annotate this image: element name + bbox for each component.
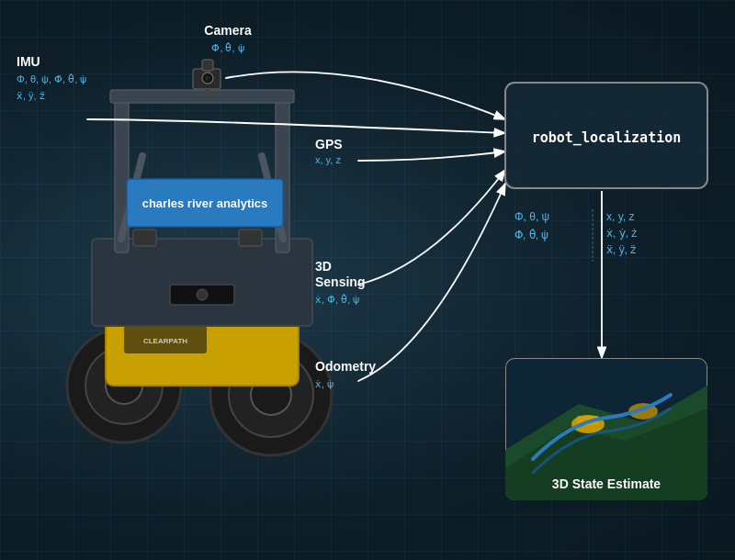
svg-text:ẋ, ẏ, ż: ẋ, ẏ, ż [606,227,637,240]
svg-rect-23 [239,230,262,246]
svg-rect-22 [133,230,156,246]
svg-text:charles river analytics: charles river analytics [142,196,268,210]
imu-symbols: Φ, θ, ψ, Φ̇, θ̇, ψ̇ [17,73,86,84]
imu-label: IMU [17,54,40,69]
3d-sensing-label2: Sensing [315,274,365,289]
svg-rect-21 [205,89,210,98]
3d-sensing-label: 3D [315,259,332,274]
gps-symbols: x, y, z [315,154,341,165]
svg-text:CLEARPATH: CLEARPATH [143,337,187,345]
svg-point-20 [205,75,210,81]
robot-localization-title: robot_localization [532,129,682,146]
svg-point-25 [197,289,208,300]
svg-text:Φ, θ, ψ: Φ, θ, ψ [514,210,549,223]
svg-rect-18 [202,60,213,71]
svg-text:x, y, z: x, y, z [606,210,634,223]
svg-rect-12 [110,90,294,103]
sensing-symbols: ẋ, Φ̇, θ̇, ψ̇ [315,294,359,305]
state-estimate-title: 3D State Estimate [552,476,661,491]
odometry-label: Odometry [315,359,376,374]
imu-symbols2: ẍ, ÿ, z̈ [17,90,45,101]
camera-label: Camera [204,23,252,38]
gps-label: GPS [315,137,343,151]
camera-symbols: Φ̇, θ̇, ψ̇ [211,42,243,53]
diagram-svg: CLEARPATH charles river analytics robo [0,0,735,560]
svg-text:ẍ, ÿ, z̈: ẍ, ÿ, z̈ [606,243,636,256]
svg-text:Φ̇, θ̇, ψ̇: Φ̇, θ̇, ψ̇ [514,229,548,241]
odometry-symbols: ẋ, ψ̇ [315,378,334,389]
